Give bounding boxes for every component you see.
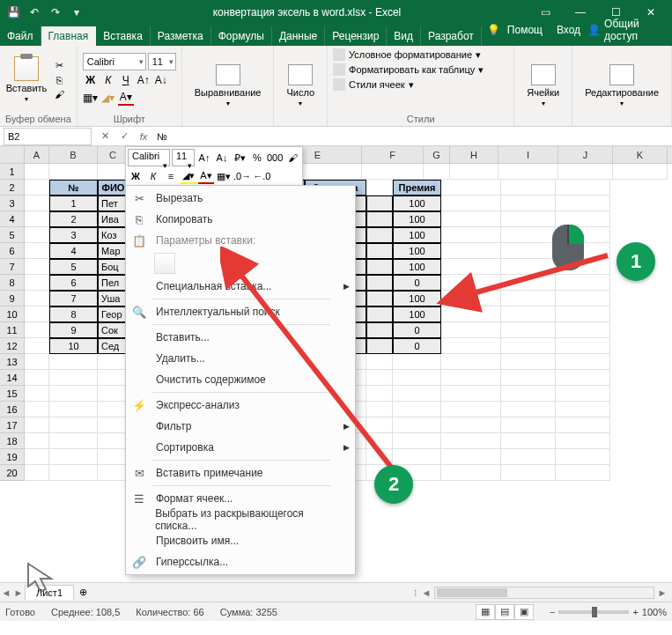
tab-formulas[interactable]: Формулы	[211, 26, 272, 46]
table-cell[interactable]: Сок	[98, 322, 129, 338]
table-cell[interactable]	[366, 211, 393, 227]
add-sheet-icon[interactable]: ⊕	[74, 587, 92, 598]
table-cell[interactable]: Уша	[98, 291, 129, 306]
table-cell[interactable]: Пет	[98, 196, 129, 211]
enter-formula-icon[interactable]: ✓	[114, 128, 134, 145]
ctx-hyperlink[interactable]: 🔗Гиперссылка...	[126, 551, 355, 572]
ctx-comment[interactable]: ✉Вставить примечание	[126, 462, 355, 484]
mini-inc-decimal-icon[interactable]: .0→	[233, 168, 251, 184]
table-cell[interactable]: Коз	[98, 227, 129, 243]
table-cell[interactable]: Сед	[98, 338, 129, 354]
underline-button[interactable]: Ч	[118, 72, 134, 88]
row-header[interactable]: 6	[0, 243, 25, 259]
ctx-delete[interactable]: Удалить...	[126, 348, 355, 369]
table-cell[interactable]	[366, 275, 393, 291]
table-header[interactable]: Премия	[393, 180, 441, 196]
fill-color-icon[interactable]: ◢▾	[100, 90, 116, 106]
mini-decrease-font-icon[interactable]: A↓	[214, 150, 230, 166]
tab-developer[interactable]: Разработ	[421, 26, 482, 46]
table-cell[interactable]: 9	[49, 322, 98, 338]
font-size-combo[interactable]: 11	[148, 53, 176, 70]
table-cell[interactable]: 10	[49, 338, 98, 354]
zoom-in-icon[interactable]: +	[632, 607, 638, 617]
help-label[interactable]: Помощ	[507, 24, 543, 36]
zoom-out-icon[interactable]: −	[550, 607, 555, 617]
help-icon[interactable]: 💡	[487, 24, 500, 36]
editing-button[interactable]: Редактирование▾	[578, 61, 666, 111]
mini-size-combo[interactable]: 11	[172, 149, 195, 166]
table-header[interactable]: ФИО	[98, 180, 129, 196]
table-cell[interactable]: Геор	[98, 306, 129, 322]
ctx-define-name[interactable]: Присвоить имя...	[126, 530, 355, 551]
col-header[interactable]: A	[25, 146, 49, 163]
cancel-formula-icon[interactable]: ✕	[95, 128, 114, 145]
table-cell[interactable]: 8	[49, 306, 98, 322]
table-cell[interactable]	[366, 243, 393, 259]
table-cell[interactable]	[366, 227, 393, 243]
font-color-icon[interactable]: A▾	[118, 90, 134, 106]
row-header[interactable]: 14	[0, 370, 25, 386]
table-cell[interactable]: 4	[49, 243, 98, 259]
view-page-layout-icon[interactable]: ▤	[495, 604, 514, 620]
mini-font-combo[interactable]: Calibri	[128, 149, 170, 166]
save-icon[interactable]: 💾	[4, 3, 23, 22]
mini-percent-icon[interactable]: %	[249, 150, 265, 166]
table-cell[interactable]: 5	[49, 259, 98, 275]
decrease-font-icon[interactable]: A↓	[153, 72, 169, 88]
table-cell[interactable]: 7	[49, 291, 98, 306]
sheet-nav-next[interactable]: ►	[12, 584, 25, 602]
tab-layout[interactable]: Разметка	[151, 26, 211, 46]
sheet-nav-prev[interactable]: ◄	[0, 584, 12, 602]
table-cell[interactable]: 100	[393, 243, 441, 259]
tab-view[interactable]: Вид	[387, 26, 421, 46]
ctx-cut[interactable]: ✂Вырезать	[126, 188, 355, 209]
row-header[interactable]: 3	[0, 196, 25, 211]
table-cell[interactable]	[366, 196, 393, 211]
share-button[interactable]: 👤 Общий доступ	[587, 18, 667, 42]
table-cell[interactable]: 100	[393, 196, 441, 211]
row-header[interactable]: 7	[0, 259, 25, 275]
mini-font-color-icon[interactable]: A▾	[198, 168, 214, 184]
row-header[interactable]: 19	[0, 449, 25, 465]
ctx-quick-analysis[interactable]: ⚡Экспресс-анализ	[126, 395, 355, 416]
zoom-slider[interactable]	[558, 610, 629, 614]
table-cell[interactable]: 6	[49, 275, 98, 291]
row-header[interactable]: 16	[0, 402, 25, 417]
hscroll-right[interactable]: ►	[656, 584, 668, 602]
table-cell[interactable]: 2	[49, 211, 98, 227]
mini-format-painter-icon[interactable]: 🖌	[284, 150, 300, 166]
ctx-copy[interactable]: ⎘Копировать	[126, 209, 355, 230]
paste-option-icon[interactable]	[154, 253, 175, 274]
horizontal-scrollbar[interactable]	[434, 587, 654, 599]
table-cell[interactable]: 3	[49, 227, 98, 243]
undo-icon[interactable]: ↶	[25, 3, 44, 22]
row-header[interactable]: 4	[0, 211, 25, 227]
format-as-table-button[interactable]: Форматировать как таблицу ▾	[333, 63, 508, 77]
table-cell[interactable]: Мар	[98, 243, 129, 259]
signin-label[interactable]: Вход	[557, 24, 580, 36]
cell-styles-button[interactable]: Стили ячеек ▾	[333, 78, 508, 92]
ctx-smart-lookup[interactable]: 🔍Интеллектуальный поиск	[126, 301, 355, 322]
table-cell[interactable]: 100	[393, 291, 441, 306]
tab-data[interactable]: Данные	[272, 26, 325, 46]
mini-italic-button[interactable]: К	[145, 168, 161, 184]
fx-icon[interactable]: fx	[134, 128, 153, 145]
table-header[interactable]: №	[49, 180, 98, 196]
table-cell[interactable]: 0	[393, 275, 441, 291]
bold-button[interactable]: Ж	[83, 72, 99, 88]
mini-border-icon[interactable]: ▦▾	[216, 168, 232, 184]
copy-icon[interactable]: ⎘	[51, 74, 67, 86]
table-header[interactable]	[366, 180, 393, 196]
col-header[interactable]: B	[49, 146, 98, 163]
col-header[interactable]: I	[498, 146, 558, 163]
col-header[interactable]: F	[362, 146, 424, 163]
select-all-corner[interactable]	[0, 146, 25, 163]
row-header[interactable]: 17	[0, 417, 25, 433]
tab-insert[interactable]: Вставка	[96, 26, 151, 46]
row-header[interactable]: 1	[0, 164, 25, 180]
font-name-combo[interactable]: Calibri	[83, 53, 146, 70]
mini-align-icon[interactable]: ≡	[163, 168, 179, 184]
tab-home[interactable]: Главная	[41, 26, 97, 46]
row-header[interactable]: 13	[0, 354, 25, 370]
view-normal-icon[interactable]: ▦	[476, 604, 495, 620]
